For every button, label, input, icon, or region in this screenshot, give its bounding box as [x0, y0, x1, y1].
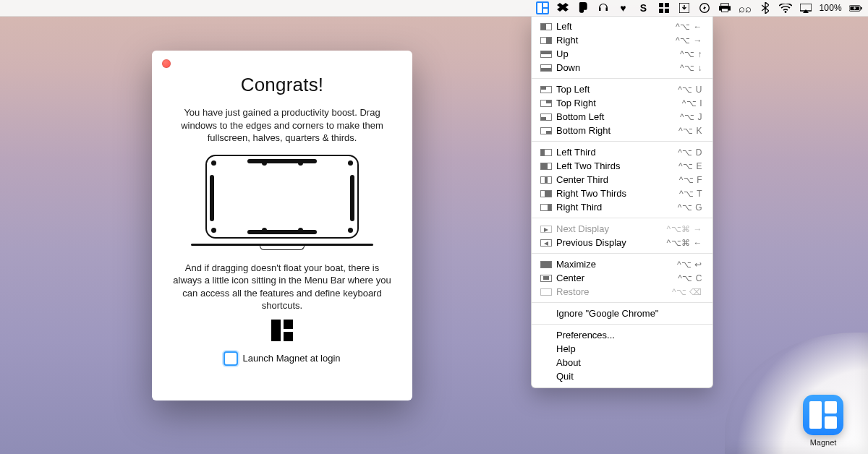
- menu-item-label: Left: [556, 21, 676, 32]
- svg-rect-8: [721, 9, 728, 12]
- grid-icon[interactable]: [658, 1, 671, 14]
- menubar: ♥ S ⌕⌕ 100%: [0, 0, 868, 17]
- menu-item-down[interactable]: Down^⌥ ↓: [532, 61, 712, 74]
- snap-thumb-icon: [540, 176, 552, 184]
- snap-thumb-icon: [540, 113, 552, 121]
- menu-item-right-third[interactable]: Right Third^⌥ G: [532, 200, 712, 214]
- modal-paragraph-2: And if dragging doesn't float your boat,…: [172, 262, 392, 312]
- menu-item-right-two-thirds[interactable]: Right Two Thirds^⌥ T: [532, 187, 712, 200]
- snap-thumb-icon: [540, 275, 552, 282]
- launch-at-login-label: Launch Magnet at login: [242, 353, 340, 364]
- heart-icon[interactable]: ♥: [617, 1, 630, 14]
- menu-item-shortcut: ^⌥ ⌫: [672, 287, 702, 297]
- launch-at-login-row[interactable]: Launch Magnet at login: [168, 351, 396, 366]
- magnet-logo: [271, 320, 293, 341]
- menu-item-shortcut: ^⌥ U: [678, 85, 702, 95]
- svg-rect-13: [861, 7, 862, 9]
- app-icon-label: Magnet: [803, 438, 843, 447]
- menu-item-shortcut: ^⌥ D: [678, 147, 702, 158]
- menu-item-label: About: [556, 357, 702, 368]
- binoculars-icon[interactable]: ⌕⌕: [739, 1, 752, 14]
- laptop-illustration: [191, 155, 373, 250]
- menu-item-left-two-thirds[interactable]: Left Two Thirds^⌥ E: [532, 159, 712, 173]
- menu-item-shortcut: ^⌥ G: [678, 202, 702, 213]
- menu-item-label: Preferences...: [556, 330, 702, 340]
- menu-item-label: Ignore "Google Chrome": [556, 308, 702, 319]
- snap-thumb-icon: [540, 261, 552, 268]
- dropbox-icon[interactable]: [556, 1, 569, 14]
- menu-item-label: Next Display: [556, 223, 667, 234]
- snap-thumb-icon: [540, 86, 552, 93]
- battery-icon[interactable]: [849, 1, 862, 14]
- menu-item-shortcut: ^⌥ ↓: [680, 63, 702, 73]
- modal-paragraph-1: You have just gained a productivity boos…: [172, 106, 392, 145]
- menu-item-top-right[interactable]: Top Right^⌥ I: [532, 96, 712, 110]
- snap-thumb-icon: [540, 127, 552, 134]
- menu-item-label: Help: [556, 343, 702, 354]
- menu-item-about[interactable]: About: [532, 356, 712, 369]
- printer-icon[interactable]: [718, 1, 731, 14]
- menu-item-shortcut: ^⌥ F: [679, 175, 702, 185]
- menu-item-up[interactable]: Up^⌥ ↑: [532, 47, 712, 61]
- menu-item-next-display: Next Display^⌥⌘ →: [532, 222, 712, 236]
- modal-title: Congrats!: [168, 74, 396, 96]
- menu-item-center[interactable]: Center^⌥ C: [532, 271, 712, 285]
- menu-item-preferences[interactable]: Preferences...: [532, 328, 712, 342]
- menu-item-help[interactable]: Help: [532, 342, 712, 356]
- snap-thumb-icon: [540, 239, 552, 247]
- snap-thumb-icon: [540, 100, 552, 107]
- airplay-icon[interactable]: [799, 1, 812, 14]
- magnet-app-icon[interactable]: Magnet: [803, 395, 843, 447]
- menu-item-shortcut: ^⌥ ↑: [680, 49, 702, 59]
- menu-item-label: Center Third: [556, 174, 679, 185]
- menu-item-shortcut: ^⌥ ↩: [677, 260, 702, 270]
- svg-rect-0: [659, 3, 663, 7]
- menu-item-shortcut: ^⌥⌘ ←: [667, 238, 702, 248]
- menu-item-top-left[interactable]: Top Left^⌥ U: [532, 82, 712, 96]
- s-icon[interactable]: S: [637, 1, 650, 14]
- menu-item-maximize[interactable]: Maximize^⌥ ↩: [532, 257, 712, 271]
- menu-item-shortcut: ^⌥ I: [682, 98, 702, 108]
- launch-at-login-checkbox[interactable]: [224, 351, 238, 366]
- menu-item-label: Top Right: [556, 98, 682, 108]
- menu-item-shortcut: ^⌥ →: [676, 35, 702, 46]
- menu-item-label: Left Two Thirds: [556, 160, 678, 171]
- svg-rect-6: [720, 4, 728, 7]
- menu-item-bottom-right[interactable]: Bottom Right^⌥ K: [532, 124, 712, 137]
- menu-item-quit[interactable]: Quit: [532, 369, 712, 383]
- download-icon[interactable]: [678, 1, 691, 14]
- menu-item-center-third[interactable]: Center Third^⌥ F: [532, 173, 712, 187]
- bluetooth-icon[interactable]: [759, 1, 772, 14]
- menu-item-label: Bottom Left: [556, 111, 680, 122]
- menu-item-label: Up: [556, 48, 680, 59]
- menu-item-left-third[interactable]: Left Third^⌥ D: [532, 145, 712, 159]
- menu-item-label: Center: [556, 273, 678, 283]
- snap-thumb-icon: [540, 64, 552, 72]
- menu-item-label: Top Left: [556, 84, 678, 95]
- menu-item-restore: Restore^⌥ ⌫: [532, 285, 712, 299]
- bolt-icon[interactable]: [698, 1, 711, 14]
- menu-item-right[interactable]: Right^⌥ →: [532, 33, 712, 47]
- menu-item-shortcut: ^⌥ ←: [676, 22, 702, 32]
- close-icon[interactable]: [162, 59, 171, 68]
- snap-thumb-icon: [540, 51, 552, 58]
- menu-item-shortcut: ^⌥ C: [678, 273, 702, 283]
- evernote-icon[interactable]: [576, 1, 590, 14]
- svg-rect-3: [665, 9, 669, 13]
- menu-item-ignore-google-chrome[interactable]: Ignore "Google Chrome": [532, 307, 712, 320]
- magnet-icon[interactable]: [536, 1, 549, 14]
- snap-thumb-icon: [540, 204, 552, 211]
- snap-thumb-icon: [540, 288, 552, 296]
- snap-thumb-icon: [540, 226, 552, 233]
- menu-item-label: Left Third: [556, 147, 678, 158]
- menu-item-bottom-left[interactable]: Bottom Left^⌥ J: [532, 110, 712, 124]
- menu-item-label: Quit: [556, 371, 702, 382]
- snap-thumb-icon: [540, 149, 552, 156]
- menu-item-left[interactable]: Left^⌥ ←: [532, 20, 712, 33]
- svg-point-9: [784, 11, 786, 13]
- welcome-modal: Congrats! You have just gained a product…: [152, 51, 412, 401]
- menu-item-previous-display[interactable]: Previous Display^⌥⌘ ←: [532, 236, 712, 249]
- wifi-icon[interactable]: [779, 1, 792, 14]
- headphones-icon[interactable]: [597, 1, 610, 14]
- menu-item-label: Down: [556, 62, 680, 73]
